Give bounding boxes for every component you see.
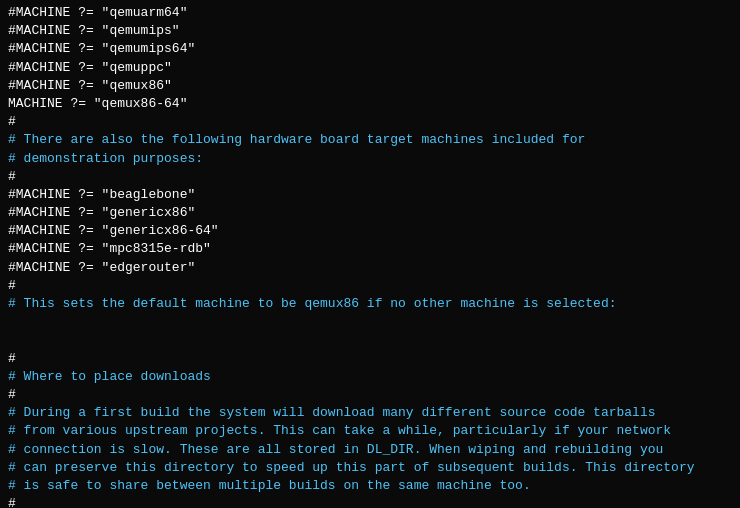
code-line: #MACHINE ?= "edgerouter" [8,259,732,277]
code-line: # During a first build the system will d… [8,404,732,422]
code-line: #MACHINE ?= "beaglebone" [8,186,732,204]
code-line: # [8,168,732,186]
code-line: # [8,113,732,131]
code-line [8,313,732,331]
code-line: # demonstration purposes: [8,150,732,168]
code-line: #MACHINE ?= "qemumips" [8,22,732,40]
code-line: #MACHINE ?= "genericx86-64" [8,222,732,240]
code-line: #MACHINE ?= "qemuarm64" [8,4,732,22]
code-line: MACHINE ?= "qemux86-64" [8,95,732,113]
code-line: # from various upstream projects. This c… [8,422,732,440]
code-line: #MACHINE ?= "qemumips64" [8,40,732,58]
code-editor: #MACHINE ?= "qemuarm64"#MACHINE ?= "qemu… [0,0,740,508]
code-line: # [8,277,732,295]
code-line: # is safe to share between multiple buil… [8,477,732,495]
code-line: #MACHINE ?= "qemuppc" [8,59,732,77]
code-line: #MACHINE ?= "mpc8315e-rdb" [8,240,732,258]
code-line: # [8,386,732,404]
code-line: #MACHINE ?= "qemux86" [8,77,732,95]
code-line: # There are also the following hardware … [8,131,732,149]
code-line: # can preserve this directory to speed u… [8,459,732,477]
code-line [8,331,732,349]
code-line: #MACHINE ?= "genericx86" [8,204,732,222]
code-line: # This sets the default machine to be qe… [8,295,732,313]
code-line: # [8,495,732,508]
code-line: # Where to place downloads [8,368,732,386]
code-line: # connection is slow. These are all stor… [8,441,732,459]
code-line: # [8,350,732,368]
